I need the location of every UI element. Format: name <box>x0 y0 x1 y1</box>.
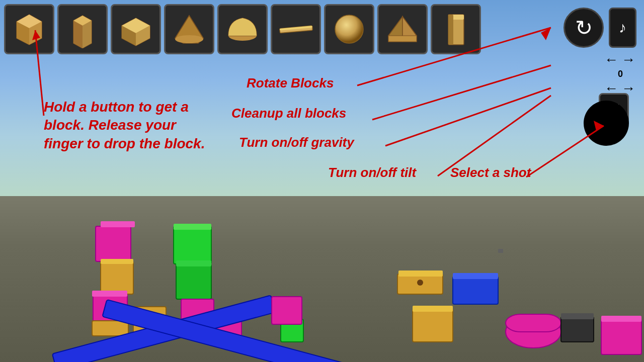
svg-rect-44 <box>174 224 211 230</box>
block-toolbar <box>4 4 481 54</box>
right-arrow-icon: → <box>621 52 636 68</box>
block-button-8[interactable] <box>377 4 428 54</box>
3d-scene <box>0 196 644 362</box>
svg-rect-59 <box>413 309 453 342</box>
gravity-annotation: Turn on/off gravity <box>239 135 354 150</box>
svg-rect-37 <box>101 221 135 227</box>
svg-rect-22 <box>388 36 417 42</box>
block-button-9[interactable] <box>431 4 481 54</box>
svg-rect-36 <box>96 226 131 261</box>
move-number-label: 0 <box>618 69 623 79</box>
svg-rect-55 <box>398 270 443 277</box>
block-button-7[interactable] <box>324 4 374 54</box>
svg-rect-62 <box>506 314 561 332</box>
cleanup-annotation: Cleanup all blocks <box>231 106 346 121</box>
rotate-annotation: Rotate Blocks <box>247 75 334 91</box>
svg-point-14 <box>175 35 203 43</box>
block-button-4[interactable] <box>164 4 214 54</box>
game-container: ↻ ♪ ← → 0 ← → ⊞ Rotate <box>0 0 644 362</box>
block-button-3[interactable] <box>111 4 161 54</box>
right-controls: ↻ ♪ ← → 0 ← → ⊞ <box>564 8 636 97</box>
move-controls: ← → 0 ← → <box>604 52 636 97</box>
block-button-2[interactable] <box>57 4 108 54</box>
move-row-top: ← → <box>604 52 636 68</box>
svg-point-18 <box>335 15 363 43</box>
block-button-5[interactable] <box>217 4 268 54</box>
svg-rect-63 <box>561 317 594 342</box>
svg-rect-38 <box>101 261 133 294</box>
block-button-6[interactable] <box>271 4 321 54</box>
ball-shot-selector[interactable] <box>584 101 629 146</box>
left-arrow-icon: ← <box>604 52 619 68</box>
block-button-1[interactable] <box>4 4 54 54</box>
svg-rect-46 <box>176 260 211 266</box>
svg-rect-53 <box>272 297 302 324</box>
wave-button[interactable]: ♪ <box>609 8 636 48</box>
svg-rect-45 <box>176 264 211 299</box>
top-right-buttons: ↻ ♪ <box>564 8 636 48</box>
svg-rect-57 <box>453 277 498 304</box>
svg-rect-42 <box>92 321 128 336</box>
svg-rect-43 <box>174 226 211 264</box>
shot-annotation: Select a shot <box>450 165 531 180</box>
svg-rect-25 <box>448 15 453 45</box>
svg-rect-58 <box>453 273 498 279</box>
svg-rect-67 <box>498 249 503 253</box>
svg-point-56 <box>417 280 423 286</box>
rotate-button[interactable]: ↻ <box>564 8 604 48</box>
svg-rect-41 <box>92 291 127 297</box>
move-number-row: 0 <box>614 69 627 79</box>
svg-rect-64 <box>561 313 594 319</box>
tilt-annotation: Turn on/off tilt <box>328 165 416 180</box>
svg-rect-65 <box>601 319 641 354</box>
scene-svg <box>0 196 644 362</box>
svg-rect-39 <box>101 259 133 264</box>
svg-rect-60 <box>413 306 453 312</box>
svg-rect-66 <box>601 316 641 322</box>
instructions-text: Hold a button to get ablock. Release you… <box>44 98 205 153</box>
